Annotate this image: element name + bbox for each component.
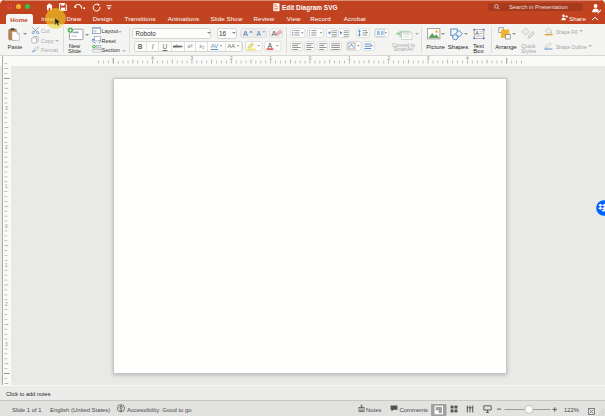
- svg-text:2: 2: [5, 302, 8, 307]
- svg-text:3: 3: [5, 342, 8, 347]
- svg-text:1: 1: [5, 184, 8, 189]
- svg-text:2: 2: [5, 145, 8, 150]
- svg-text:3: 3: [427, 56, 430, 61]
- svg-text:1: 1: [348, 56, 351, 61]
- svg-text:1: 1: [269, 56, 272, 61]
- svg-text:0: 0: [309, 56, 312, 61]
- svg-text:4: 4: [466, 56, 469, 61]
- svg-text:3: 3: [5, 106, 8, 111]
- svg-text:A: A: [267, 42, 272, 49]
- svg-text:2: 2: [387, 56, 390, 61]
- svg-text:2: 2: [230, 56, 233, 61]
- svg-text:4: 4: [151, 56, 154, 61]
- svg-text:A: A: [256, 29, 261, 36]
- svg-text:1: 1: [5, 263, 8, 268]
- svg-text:0: 0: [5, 224, 8, 229]
- svg-text:A: A: [243, 28, 248, 37]
- svg-text:3: 3: [191, 56, 194, 61]
- svg-text:A: A: [475, 29, 479, 35]
